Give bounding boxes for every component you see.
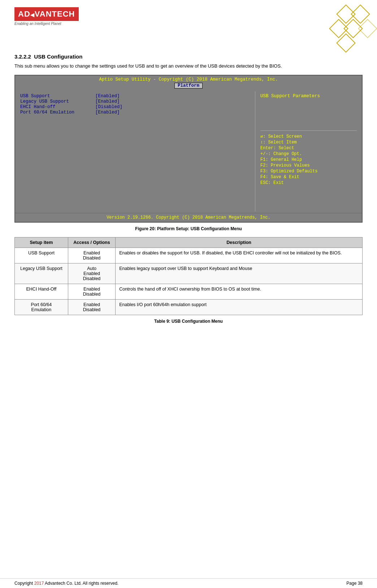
table-header-description: Description xyxy=(116,237,363,248)
section-heading: 3.2.2.2 USB Configuration xyxy=(14,53,363,60)
footer-year: 2017 xyxy=(34,581,44,586)
bios-help-panel: USB Support Parameters ⇄: Select Screen … xyxy=(255,90,362,213)
logo: AD◀VANTECH xyxy=(14,7,79,21)
bios-title-bar: Aptio Setup Utility - Copyright (C) 2018… xyxy=(15,76,362,82)
table-header-setup-item: Setup item xyxy=(15,237,68,248)
bios-nav-f2: F2: Previous Values xyxy=(260,163,357,168)
table-cell-desc: Enables legacy support over USB to suppo… xyxy=(116,263,363,284)
bios-menu-left: USB Support [Enabled] Legacy USB Support… xyxy=(15,90,255,213)
bios-nav-change: +/-: Change Opt. xyxy=(260,151,357,156)
table-caption: Table 9: USB Configuration Menu xyxy=(14,319,363,324)
bios-platform-bar: Platform xyxy=(15,82,362,90)
table-cell-desc: Enables or disables the support for USB.… xyxy=(116,248,363,263)
page-header: AD◀VANTECH Enabling an Intelligent Plane… xyxy=(14,7,363,47)
logo-ad: AD xyxy=(18,9,30,18)
table-cell-options: EnabledDisabled xyxy=(68,284,115,299)
bios-footer: Version 2.19.1266. Copyright (C) 2018 Am… xyxy=(15,213,362,222)
bios-nav-select-item: ↕: Select Item xyxy=(260,140,357,145)
bios-title-text: Aptio Setup Utility - Copyright (C) 2018… xyxy=(99,77,278,82)
figure-caption: Figure 20: Platform Setup: USB Configura… xyxy=(14,226,363,231)
table-cell-options: EnabledDisabled xyxy=(68,248,115,263)
table-row: USB Support EnabledDisabled Enables or d… xyxy=(15,248,363,263)
logo-area: AD◀VANTECH Enabling an Intelligent Plane… xyxy=(14,7,79,26)
table-cell-item: USB Support xyxy=(15,248,68,263)
bios-nav-esc: ESC: Exit xyxy=(260,180,357,185)
bios-nav-f1: F1: General Help xyxy=(260,157,357,162)
footer-copyright: Copyright 2017 Advantech Co. Ltd. All ri… xyxy=(14,581,118,586)
bios-content: USB Support [Enabled] Legacy USB Support… xyxy=(15,90,362,213)
table-cell-desc: Controls the hand off of XHCI ownership … xyxy=(116,284,363,299)
config-table: Setup item Access / Options Description … xyxy=(14,237,363,315)
bios-menu-item-usb-support[interactable]: USB Support [Enabled] xyxy=(20,94,250,99)
footer-page-number: Page 38 xyxy=(346,581,363,586)
table-cell-item: EHCI Hand-Off xyxy=(15,284,68,299)
bios-help-title: USB Support Parameters xyxy=(260,94,357,99)
bios-screen: Aptio Setup Utility - Copyright (C) 2018… xyxy=(14,75,363,223)
bios-menu-item-legacy-usb[interactable]: Legacy USB Support [Enabled] xyxy=(20,99,250,104)
table-row: EHCI Hand-Off EnabledDisabled Controls t… xyxy=(15,284,363,299)
table-cell-desc: Enables I/O port 60h/64h emulation suppo… xyxy=(116,299,363,315)
table-header-access-options: Access / Options xyxy=(68,237,115,248)
bios-platform-label: Platform xyxy=(174,83,203,89)
bios-menu-item-ehci[interactable]: EHCI Hand-off [Disabled] xyxy=(20,104,250,110)
table-cell-item: Legacy USB Support xyxy=(15,263,68,284)
bios-nav-select-screen: ⇄: Select Screen xyxy=(260,134,357,139)
table-row: Port 60/64Emulation EnabledDisabled Enab… xyxy=(15,299,363,315)
bios-nav-enter: Enter: Select xyxy=(260,146,357,151)
logo-tagline: Enabling an Intelligent Planet xyxy=(14,22,79,26)
bios-footer-text: Version 2.19.1266. Copyright (C) 2018 Am… xyxy=(107,215,270,220)
table-cell-options: EnabledDisabled xyxy=(68,299,115,315)
bios-nav-f4: F4: Save & Exit xyxy=(260,175,357,180)
table-cell-item: Port 60/64Emulation xyxy=(15,299,68,315)
bios-menu-item-port6064[interactable]: Port 60/64 Emulation [Enabled] xyxy=(20,110,250,115)
bios-separator xyxy=(260,130,357,131)
logo-vantech: VANTECH xyxy=(35,9,75,18)
table-cell-options: AutoEnabledDisabled xyxy=(68,263,115,284)
bios-nav-f3: F3: Optimized Defaults xyxy=(260,169,357,174)
decorative-diamonds xyxy=(319,7,363,47)
table-header-row: Setup item Access / Options Description xyxy=(15,237,363,248)
page-footer: Copyright 2017 Advantech Co. Ltd. All ri… xyxy=(0,578,377,588)
section-description: This sub menu allows you to change the s… xyxy=(14,63,363,70)
table-row: Legacy USB Support AutoEnabledDisabled E… xyxy=(15,263,363,284)
